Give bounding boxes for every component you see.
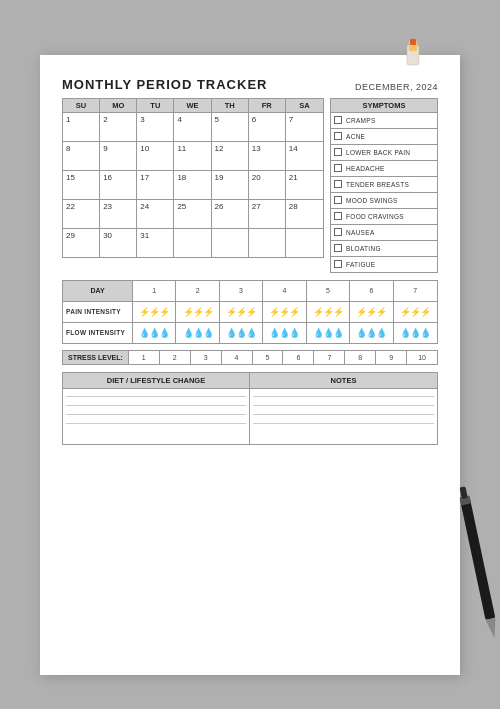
symptom-checkbox-lower-back-pain[interactable] [334,148,342,156]
lightning-icon-7: ⚡⚡⚡ [400,307,430,317]
flow-day-6[interactable]: 💧💧💧 [350,323,393,343]
cal-day-31[interactable]: 31 [137,229,174,257]
bottom-header: DIET / LIFESTYLE CHANGE NOTES [63,373,437,389]
cal-day-2[interactable]: 2 [100,113,137,141]
cal-day-21[interactable]: 21 [286,171,323,199]
cal-day-26[interactable]: 26 [212,200,249,228]
stress-4[interactable]: 4 [222,351,253,364]
symptom-checkbox-headache[interactable] [334,164,342,172]
cal-day-9[interactable]: 9 [100,142,137,170]
cal-day-7[interactable]: 7 [286,113,323,141]
symptom-checkbox-mood-swings[interactable] [334,196,342,204]
symptom-checkbox-food-cravings[interactable] [334,212,342,220]
cal-empty-3 [249,229,286,257]
symptom-mood-swings[interactable]: MOOD SWINGS [330,193,438,209]
symptom-food-cravings[interactable]: FOOD CRAVINGS [330,209,438,225]
cal-empty-1 [174,229,211,257]
flow-day-3[interactable]: 💧💧💧 [220,323,263,343]
pen-decoration [452,484,500,645]
stress-9[interactable]: 9 [376,351,407,364]
symptom-nausea[interactable]: NAUSEA [330,225,438,241]
symptoms-header: SYMPTOMS [330,98,438,113]
symptom-label-bloating: BLOATING [346,245,381,252]
symptom-tender-breasts[interactable]: TENDER BREASTS [330,177,438,193]
cal-day-16[interactable]: 16 [100,171,137,199]
symptom-checkbox-fatigue[interactable] [334,260,342,268]
intensity-day-3: 3 [220,281,263,301]
cal-day-10[interactable]: 10 [137,142,174,170]
cal-day-15[interactable]: 15 [63,171,100,199]
stress-7[interactable]: 7 [314,351,345,364]
intensity-section: DAY 1 2 3 4 5 6 7 PAIN INTENSITY ⚡⚡⚡ ⚡⚡⚡… [62,280,438,344]
cal-day-23[interactable]: 23 [100,200,137,228]
symptom-headache[interactable]: HEADACHE [330,161,438,177]
pain-day-3[interactable]: ⚡⚡⚡ [220,302,263,322]
pain-day-6[interactable]: ⚡⚡⚡ [350,302,393,322]
cal-day-24[interactable]: 24 [137,200,174,228]
calendar-week-2: 8 9 10 11 12 13 14 [62,142,324,171]
pain-day-7[interactable]: ⚡⚡⚡ [394,302,437,322]
cal-day-17[interactable]: 17 [137,171,174,199]
symptom-acne[interactable]: ACNE [330,129,438,145]
cal-day-5[interactable]: 5 [212,113,249,141]
flow-day-4[interactable]: 💧💧💧 [263,323,306,343]
cal-day-22[interactable]: 22 [63,200,100,228]
cal-day-14[interactable]: 14 [286,142,323,170]
calendar-week-1: 1 2 3 4 5 6 7 [62,113,324,142]
flow-day-1[interactable]: 💧💧💧 [133,323,176,343]
symptom-fatigue[interactable]: FATIGUE [330,257,438,273]
symptom-label-food-cravings: FOOD CRAVINGS [346,213,404,220]
calendar-header: SU MO TU WE TH FR SA [62,98,324,113]
pain-day-5[interactable]: ⚡⚡⚡ [307,302,350,322]
flow-day-5[interactable]: 💧💧💧 [307,323,350,343]
cal-day-25[interactable]: 25 [174,200,211,228]
symptom-checkbox-cramps[interactable] [334,116,342,124]
symptom-cramps[interactable]: CRAMPS [330,113,438,129]
pain-day-2[interactable]: ⚡⚡⚡ [176,302,219,322]
cal-day-28[interactable]: 28 [286,200,323,228]
intensity-day-1: 1 [133,281,176,301]
symptom-checkbox-tender-breasts[interactable] [334,180,342,188]
intensity-day-7: 7 [394,281,437,301]
diet-content[interactable] [63,389,250,444]
flow-day-7[interactable]: 💧💧💧 [394,323,437,343]
cal-day-11[interactable]: 11 [174,142,211,170]
cal-day-19[interactable]: 19 [212,171,249,199]
stress-6[interactable]: 6 [283,351,314,364]
pain-day-4[interactable]: ⚡⚡⚡ [263,302,306,322]
cal-day-18[interactable]: 18 [174,171,211,199]
flow-day-2[interactable]: 💧💧💧 [176,323,219,343]
stress-10[interactable]: 10 [407,351,437,364]
symptoms-section: SYMPTOMS CRAMPS ACNE LOWER BACK PAIN HEA… [330,98,438,273]
stress-3[interactable]: 3 [191,351,222,364]
symptom-lower-back-pain[interactable]: LOWER BACK PAIN [330,145,438,161]
cal-empty-2 [212,229,249,257]
cal-day-30[interactable]: 30 [100,229,137,257]
symptom-bloating[interactable]: BLOATING [330,241,438,257]
cal-day-3[interactable]: 3 [137,113,174,141]
symptom-checkbox-bloating[interactable] [334,244,342,252]
stress-8[interactable]: 8 [345,351,376,364]
pain-intensity-row: PAIN INTENSITY ⚡⚡⚡ ⚡⚡⚡ ⚡⚡⚡ ⚡⚡⚡ ⚡⚡⚡ ⚡⚡⚡ ⚡… [63,302,437,323]
cal-day-1[interactable]: 1 [63,113,100,141]
cal-day-27[interactable]: 27 [249,200,286,228]
calendar-week-5: 29 30 31 [62,229,324,258]
cal-day-29[interactable]: 29 [63,229,100,257]
cal-day-13[interactable]: 13 [249,142,286,170]
cal-day-8[interactable]: 8 [63,142,100,170]
pain-day-1[interactable]: ⚡⚡⚡ [133,302,176,322]
main-content: SU MO TU WE TH FR SA 1 2 3 4 5 6 7 8 9 [62,98,438,273]
cal-day-4[interactable]: 4 [174,113,211,141]
cal-day-6[interactable]: 6 [249,113,286,141]
symptom-checkbox-acne[interactable] [334,132,342,140]
stress-1[interactable]: 1 [129,351,160,364]
symptom-checkbox-nausea[interactable] [334,228,342,236]
cal-day-12[interactable]: 12 [212,142,249,170]
symptom-label-nausea: NAUSEA [346,229,375,236]
cal-day-20[interactable]: 20 [249,171,286,199]
day-fr: FR [249,99,286,112]
stress-5[interactable]: 5 [253,351,284,364]
notes-content[interactable] [250,389,437,444]
symptom-label-cramps: CRAMPS [346,117,376,124]
stress-2[interactable]: 2 [160,351,191,364]
